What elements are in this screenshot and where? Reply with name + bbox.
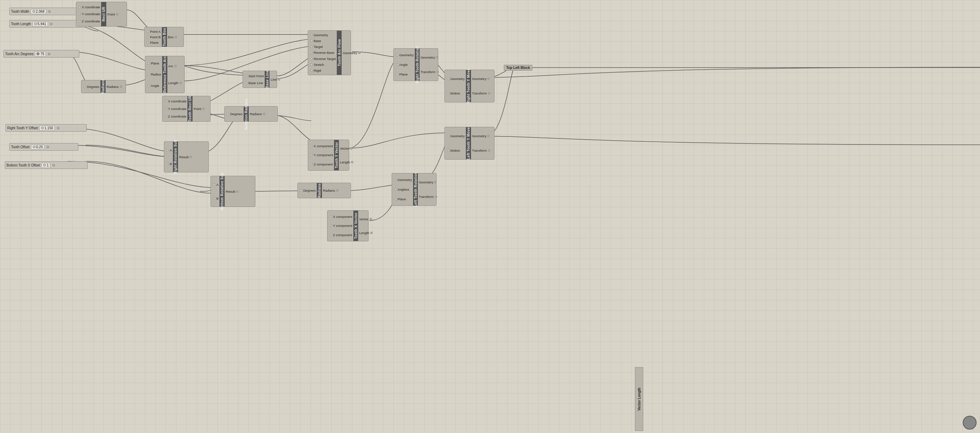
port-dot [300, 189, 302, 192]
right-tooth-rotation-node[interactable]: Geometry Angle Plane Right Tooth Rotatio… [393, 48, 438, 81]
tooth-arc-flow-title: Tooth Arc Flow [337, 31, 342, 75]
tooth-x-vector-title: Tooth X Vector [353, 211, 358, 241]
port-dot [227, 113, 229, 115]
tooth-rect-ur-node[interactable]: X coordinate Y coordinate Z coordinate T… [162, 96, 210, 122]
base-line-title: Base Line [265, 71, 269, 87]
tooth-y-vector-node[interactable]: X component Y component Z component Toot… [308, 140, 349, 171]
port-length-y: Length [339, 160, 355, 165]
port-dot-out [487, 78, 490, 80]
right-rotation-sub-node[interactable]: A B Right Rotation Sub Result [164, 141, 209, 172]
port-y-comp-x: Y component [328, 224, 353, 228]
port-plane-arc: Plane [145, 61, 162, 65]
port-dot-out [180, 82, 182, 84]
tooth-y-vector-title: Tooth Y Vector [334, 140, 339, 170]
tooth-arc-degrees-value[interactable]: 75 [35, 51, 46, 57]
arc-flow-outputs: Geometry [342, 31, 363, 75]
radians-bottom-node[interactable]: Degrees Radians Radians [298, 183, 351, 198]
port-line: Line [269, 77, 282, 82]
tooth-y-vec-inputs: X component Y component Z component [308, 140, 334, 170]
port-angless-lr: Angless [392, 187, 413, 192]
bottom-tooth-x-offset-value[interactable]: 1 [41, 163, 50, 168]
port-dot [396, 63, 398, 66]
port-dot [310, 69, 313, 72]
port-dot-out [236, 190, 239, 193]
port-dot [146, 36, 149, 38]
port-result-bottom: Result [224, 189, 240, 194]
port-b-bottom: B [211, 196, 220, 201]
port-result-right: Result [178, 155, 194, 159]
tooth-length-value[interactable]: 5.941 [32, 21, 48, 27]
radians-inputs-1: Degrees [81, 80, 100, 93]
left-y-move-outputs: Geometry Transform [471, 127, 492, 159]
base-line-node[interactable]: Start Point Base Line Base Line Line [243, 71, 277, 88]
right-tooth-y-move-node[interactable]: Geometry Motion Right Tooth Y Move Geome… [444, 70, 495, 102]
port-dot [447, 135, 449, 137]
port-reverse-target: Reverse Target [308, 57, 337, 61]
port-dot [394, 179, 396, 181]
port-dot [394, 188, 396, 190]
right-y-move-inputs: Geometry Motion [445, 70, 466, 102]
port-dot [310, 57, 313, 60]
tooth-length-node: Tooth Length 5.941 [9, 20, 85, 28]
radians-title-1: Radians [100, 80, 106, 93]
rect-ur-node-1[interactable]: X coordinate Y coordinate Z coordinate R… [76, 2, 127, 27]
port-a-right: A [164, 148, 173, 152]
port-arc: Arc [167, 64, 184, 68]
reference-tooth-arc-node[interactable]: Plane Radius Angle Reference Tooth Arc A… [145, 56, 185, 93]
right-rotation-sub-title: Right Rotation Sub [173, 142, 178, 172]
left-tooth-rotation-node[interactable]: Geometry Angless Plane Left Tooth Rotati… [391, 173, 436, 206]
tooth-arc-degrees-node: Tooth Arc Degrees 75 [3, 50, 80, 57]
port-y-coord-1: Y coordinate [76, 12, 101, 16]
right-tooth-y-offset-icon [41, 127, 44, 129]
tooth-length-label: Tooth Length [11, 22, 31, 26]
right-y-move-outputs: Geometry Transform [471, 70, 492, 102]
tooth-rect-ur-outputs: Point [192, 96, 207, 121]
port-geometry-lr: Geometry [392, 178, 413, 182]
port-reverse-base: Reverse Base [308, 50, 337, 55]
port-point-2: Point [192, 106, 207, 111]
bottom-rotation-sub-node[interactable]: A B Bottom Rotation Sub Result [210, 176, 255, 207]
tooth-x-vector-node[interactable]: X component Y component Z component Toot… [327, 210, 369, 241]
port-geometry-out: Geometry [342, 51, 363, 55]
port-dot [310, 34, 313, 36]
tooth-offset-value[interactable]: 0.25 [31, 144, 45, 150]
port-dot-out [435, 195, 437, 198]
port-y-comp-y: Y component [308, 153, 334, 157]
left-rot-inputs: Geometry Angless Plane [392, 173, 413, 205]
tooth-length-output [50, 23, 52, 25]
right-tooth-y-offset-value[interactable]: 1.150 [39, 125, 55, 131]
port-dot [310, 46, 313, 48]
radians-bottom-title: Radians [317, 183, 322, 198]
tooth-width-value[interactable]: 2.068 [31, 9, 46, 14]
port-dot-out [370, 232, 373, 234]
port-start-point: Start Point [243, 74, 265, 78]
port-dot-out [358, 52, 361, 54]
radians-node-1[interactable]: Degrees Radians Radians [81, 80, 126, 93]
tooth-offset-icon [33, 146, 35, 148]
tooth-arc-flow-node[interactable]: Geometry Base Target Reverse Base Revers… [308, 30, 351, 75]
tooth-box-node[interactable]: Point A Point B Plane Tooth Box Box [144, 27, 184, 47]
port-dot-out [336, 189, 339, 192]
port-target: Target [308, 44, 337, 49]
port-dot-out [351, 161, 353, 163]
bottom-right-circle [963, 416, 977, 430]
port-dot [329, 216, 332, 218]
rotation-radians-node[interactable]: Degrees Rotation Radians Radians [224, 106, 278, 122]
rect-ur-title-1: Rect UR [101, 2, 106, 26]
port-dot [78, 20, 81, 22]
port-dot [146, 41, 149, 44]
tooth-x-vec-outputs: Vector Length [358, 211, 375, 241]
tooth-rect-ur-title: Tooth Rect UR [188, 96, 192, 121]
port-dot [396, 54, 398, 56]
port-radians-rot: Radians [249, 112, 267, 116]
port-dot [245, 82, 247, 84]
tooth-arc-degrees-icon [36, 52, 40, 56]
base-line-inputs: Start Point Base Line [243, 71, 265, 87]
right-rot-inputs: Geometry Angle Plane [394, 49, 415, 81]
port-point-1: Point [106, 12, 121, 17]
left-tooth-y-move-node[interactable]: Geometry Motion Left Tooth Y Move Geomet… [444, 127, 495, 160]
port-dot [447, 92, 449, 94]
port-geometry-rr: Geometry [394, 53, 415, 57]
port-dot-out [369, 218, 372, 220]
port-z-coord-1: Z coordinate [76, 19, 101, 24]
